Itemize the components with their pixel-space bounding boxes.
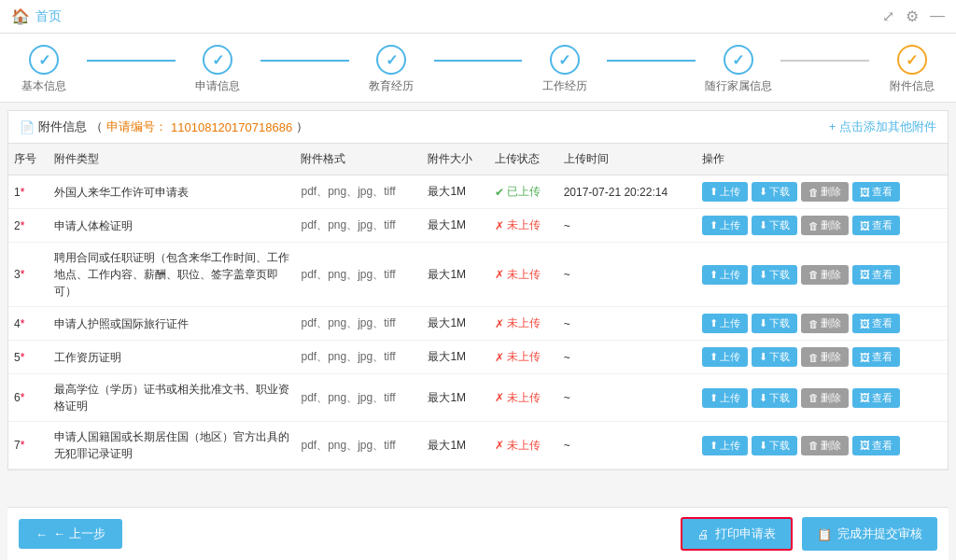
cell-size-6: 最大1M — [422, 422, 489, 469]
download-btn-1[interactable]: ⬇下载 — [752, 216, 797, 235]
cell-time-2: ~ — [558, 243, 696, 307]
cell-time-1: ~ — [558, 209, 696, 243]
step-label-2: 申请信息 — [195, 78, 240, 94]
step-line-1 — [87, 60, 176, 62]
submit-label: 完成并提交审核 — [837, 525, 922, 542]
required-star: * — [21, 317, 25, 330]
required-star: * — [21, 268, 25, 281]
upload-btn-0[interactable]: ⬆上传 — [702, 182, 748, 202]
print-icon: 🖨 — [697, 527, 710, 541]
footer-right: 🖨 打印申请表 📋 完成并提交审核 — [681, 517, 937, 551]
more-icon[interactable]: — — [930, 7, 945, 25]
required-star: * — [21, 391, 25, 404]
download-btn-6[interactable]: ⬇下载 — [752, 436, 797, 455]
expand-icon[interactable]: ⤢ — [882, 7, 894, 25]
status-not-uploaded: ✗ 未上传 — [495, 217, 552, 233]
check-icon-6: ✓ — [906, 51, 918, 69]
top-bar-right: ⤢ ⚙ — — [882, 7, 945, 25]
download-icon: ⬇ — [759, 317, 767, 329]
step-circle-3: ✓ — [376, 45, 406, 75]
upload-btn-5[interactable]: ⬆上传 — [702, 388, 748, 408]
cell-format-1: pdf、png、jpg、tiff — [295, 209, 422, 243]
add-other-attachment-link[interactable]: + 点击添加其他附件 — [829, 119, 936, 135]
cell-status-0: ✔ 已上传 — [489, 175, 557, 209]
required-star: * — [21, 219, 25, 232]
status-not-uploaded: ✗ 未上传 — [495, 315, 552, 331]
delete-btn-0[interactable]: 🗑删除 — [801, 182, 849, 202]
cell-num-3: 4* — [8, 307, 49, 341]
prev-button[interactable]: ← ← 上一步 — [19, 519, 122, 549]
cell-format-5: pdf、png、jpg、tiff — [295, 374, 422, 422]
upload-icon: ⬆ — [710, 317, 718, 329]
status-not-uploaded: ✗ 未上传 — [495, 438, 552, 454]
cell-actions-0: ⬆上传 ⬇下载 🗑删除 🖼查看 — [696, 175, 948, 209]
cell-actions-2: ⬆上传 ⬇下载 🗑删除 🖼查看 — [696, 243, 948, 307]
delete-icon: 🗑 — [808, 392, 819, 403]
delete-btn-5[interactable]: 🗑删除 — [801, 388, 849, 408]
cell-type-1: 申请人体检证明 — [49, 209, 295, 243]
status-not-uploaded: ✗ 未上传 — [495, 349, 552, 365]
step-item-3: ✓ 教育经历 — [347, 45, 436, 94]
cell-status-2: ✗ 未上传 — [489, 243, 557, 307]
home-label[interactable]: 首页 — [35, 8, 62, 25]
cell-actions-3: ⬆上传 ⬇下载 🗑删除 🖼查看 — [696, 307, 948, 341]
upload-btn-6[interactable]: ⬆上传 — [702, 436, 748, 455]
table-row: 2*申请人体检证明pdf、png、jpg、tiff最大1M✗ 未上传~ ⬆上传 … — [8, 209, 948, 243]
print-button[interactable]: 🖨 打印申请表 — [681, 517, 793, 551]
cell-size-0: 最大1M — [422, 175, 489, 209]
download-btn-3[interactable]: ⬇下载 — [752, 314, 797, 333]
step-item-1: ✓ 基本信息 — [0, 45, 89, 94]
cell-status-5: ✗ 未上传 — [489, 374, 557, 422]
steps-container: ✓ 基本信息 ✓ 申请信息 ✓ 教育经历 ✓ 工作经历 — [0, 45, 956, 94]
cell-type-3: 申请人护照或国际旅行证件 — [49, 307, 295, 341]
delete-btn-2[interactable]: 🗑删除 — [801, 265, 849, 285]
upload-btn-1[interactable]: ⬆上传 — [702, 216, 748, 235]
settings-icon[interactable]: ⚙ — [906, 7, 919, 25]
upload-btn-2[interactable]: ⬆上传 — [702, 265, 748, 285]
row-num: 2* — [14, 219, 24, 232]
upload-icon: ⬆ — [710, 186, 718, 198]
section-paren-open: （ — [91, 119, 103, 135]
cell-size-3: 最大1M — [422, 307, 489, 341]
action-btns-6: ⬆上传 ⬇下载 🗑删除 🖼查看 — [702, 436, 942, 455]
view-btn-4[interactable]: 🖼查看 — [852, 347, 900, 367]
view-btn-1[interactable]: 🖼查看 — [852, 216, 900, 235]
footer-bar: ← ← 上一步 🖨 打印申请表 📋 完成并提交审核 — [7, 507, 949, 560]
view-icon: 🖼 — [860, 318, 870, 329]
delete-icon: 🗑 — [808, 318, 819, 329]
submit-button[interactable]: 📋 完成并提交审核 — [802, 517, 937, 551]
table-row: 5*工作资历证明pdf、png、jpg、tiff最大1M✗ 未上传~ ⬆上传 ⬇… — [8, 341, 948, 374]
status-uploaded: ✔ 已上传 — [495, 184, 552, 200]
cell-size-1: 最大1M — [422, 209, 489, 243]
step-circle-1: ✓ — [29, 45, 59, 75]
action-btns-5: ⬆上传 ⬇下载 🗑删除 🖼查看 — [702, 388, 942, 408]
download-btn-4[interactable]: ⬇下载 — [752, 347, 797, 367]
view-btn-0[interactable]: 🖼查看 — [852, 182, 900, 202]
view-icon: 🖼 — [860, 220, 870, 231]
upload-btn-3[interactable]: ⬆上传 — [702, 314, 748, 333]
view-btn-5[interactable]: 🖼查看 — [852, 388, 900, 408]
download-btn-2[interactable]: ⬇下载 — [752, 265, 797, 285]
delete-btn-6[interactable]: 🗑删除 — [801, 436, 849, 455]
cell-format-3: pdf、png、jpg、tiff — [295, 307, 422, 341]
action-btns-1: ⬆上传 ⬇下载 🗑删除 🖼查看 — [702, 216, 942, 235]
download-btn-5[interactable]: ⬇下载 — [752, 388, 797, 408]
view-btn-3[interactable]: 🖼查看 — [852, 314, 900, 333]
view-btn-2[interactable]: 🖼查看 — [852, 265, 900, 285]
attachment-table: 序号 附件类型 附件格式 附件大小 上传状态 上传时间 操作 1*外国人来华工作… — [8, 144, 948, 469]
x-mark-icon: ✗ — [495, 351, 504, 364]
section-title-text: 附件信息 — [38, 119, 87, 135]
delete-btn-3[interactable]: 🗑删除 — [801, 314, 849, 333]
cell-size-2: 最大1M — [422, 243, 489, 307]
action-btns-2: ⬆上传 ⬇下载 🗑删除 🖼查看 — [702, 265, 942, 285]
col-status: 上传状态 — [489, 144, 557, 175]
view-btn-6[interactable]: 🖼查看 — [852, 436, 900, 455]
app-no-label: 申请编号： — [106, 119, 167, 135]
delete-btn-4[interactable]: 🗑删除 — [801, 347, 849, 367]
delete-btn-1[interactable]: 🗑删除 — [801, 216, 849, 235]
cell-size-5: 最大1M — [422, 374, 489, 422]
upload-btn-4[interactable]: ⬆上传 — [702, 347, 748, 367]
row-num: 5* — [14, 351, 24, 364]
download-btn-0[interactable]: ⬇下载 — [752, 182, 797, 202]
required-star: * — [21, 351, 25, 364]
